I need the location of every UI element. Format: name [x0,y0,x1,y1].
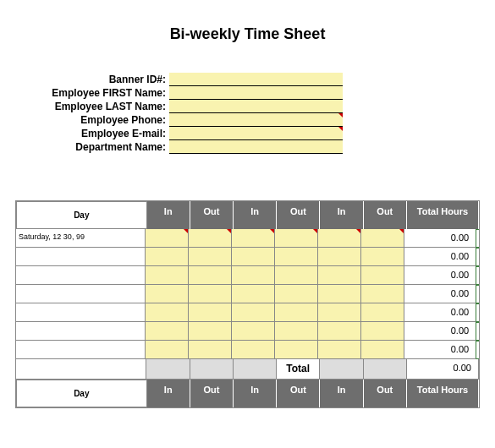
table-row: 0.00 [16,322,479,341]
cell-day[interactable] [16,322,146,341]
cell-in-1[interactable] [146,248,189,266]
table-row: 0.00 [16,266,479,285]
summary-blank [190,359,234,380]
cell-total: 0.00 [404,248,476,266]
cell-day[interactable] [16,285,146,303]
cell-in-2[interactable] [232,248,275,266]
cell-in-2[interactable] [232,285,275,303]
cell-out-1[interactable] [189,266,232,285]
field-banner-id[interactable] [169,73,343,86]
header-in-2: In [234,380,277,407]
table-row: 0.00 [16,341,479,359]
table-row: Saturday, 12 30, 99 0.00 [16,229,479,248]
cell-out-3[interactable] [361,285,404,303]
table-row: 0.00 [16,248,479,266]
cell-out-2[interactable] [275,341,318,359]
cell-in-2[interactable] [232,322,275,341]
cell-day[interactable] [16,248,146,266]
cell-out-3[interactable] [361,322,404,341]
cell-out-3[interactable] [361,229,404,248]
cell-day[interactable] [16,266,146,285]
cell-in-3[interactable] [318,266,361,285]
header-in-1: In [147,201,190,229]
cell-total: 0.00 [404,341,476,359]
cell-out-3[interactable] [361,303,404,322]
cell-out-1[interactable] [189,248,232,266]
cell-out-3[interactable] [361,248,404,266]
cell-out-1[interactable] [189,341,232,359]
cell-out-1[interactable] [189,303,232,322]
summary-total-value: 0.00 [407,359,479,380]
cell-in-3[interactable] [318,303,361,322]
label-department: Department Name: [21,140,169,154]
field-department[interactable] [169,140,343,154]
cell-out-1[interactable] [189,285,232,303]
cell-in-3[interactable] [318,229,361,248]
cell-in-2[interactable] [232,229,275,248]
cell-out-1[interactable] [189,322,232,341]
cell-out-2[interactable] [275,248,318,266]
cell-day[interactable] [16,303,146,322]
header-total: Total Hours [407,380,479,407]
label-first-name: Employee FIRST Name: [21,86,169,100]
label-phone: Employee Phone: [21,113,169,127]
cell-in-1[interactable] [146,229,189,248]
cell-out-1[interactable] [189,229,232,248]
header-out-1: Out [190,380,234,407]
cell-in-3[interactable] [318,322,361,341]
cell-total: 0.00 [404,229,476,248]
cell-out-2[interactable] [275,285,318,303]
cell-in-2[interactable] [232,341,275,359]
cell-in-3[interactable] [318,341,361,359]
header-out-1: Out [190,201,234,229]
header-in-3: In [320,201,363,229]
summary-row: Total 0.00 [16,359,479,380]
header-total: Total Hours [407,201,479,229]
employee-info: Banner ID#: Employee FIRST Name: Employe… [21,73,487,154]
cell-in-1[interactable] [146,266,189,285]
summary-total-label: Total [277,359,320,380]
field-email[interactable] [169,127,343,140]
cell-total: 0.00 [404,266,476,285]
cell-in-3[interactable] [318,248,361,266]
header-row-top: Day In Out In Out In Out Total Hours [16,201,479,229]
summary-blank-day [16,359,146,380]
header-out-3: Out [364,380,407,407]
cell-in-1[interactable] [146,341,189,359]
cell-total: 0.00 [404,322,476,341]
cell-out-2[interactable] [275,229,318,248]
summary-blank [234,359,277,380]
cell-in-1[interactable] [146,322,189,341]
field-last-name[interactable] [169,100,343,113]
field-phone[interactable] [169,113,343,127]
label-banner-id: Banner ID#: [21,73,169,86]
cell-in-1[interactable] [146,285,189,303]
cell-in-3[interactable] [318,285,361,303]
cell-in-2[interactable] [232,303,275,322]
cell-in-1[interactable] [146,303,189,322]
header-in-1: In [147,380,190,407]
field-first-name[interactable] [169,86,343,100]
cell-day[interactable] [16,341,146,359]
cell-in-2[interactable] [232,266,275,285]
sheet-title: Bi-weekly Time Sheet [8,25,487,43]
header-in-3: In [320,380,363,407]
cell-out-3[interactable] [361,266,404,285]
header-out-2: Out [277,380,320,407]
label-last-name: Employee LAST Name: [21,100,169,113]
cell-out-2[interactable] [275,266,318,285]
cell-out-2[interactable] [275,303,318,322]
cell-total: 0.00 [404,285,476,303]
cell-total: 0.00 [404,303,476,322]
header-day: Day [16,201,147,229]
header-day: Day [16,380,147,407]
cell-out-3[interactable] [361,341,404,359]
table-row: 0.00 [16,285,479,303]
cell-out-2[interactable] [275,322,318,341]
timesheet-grid: Day In Out In Out In Out Total Hours Sat… [15,200,480,408]
header-in-2: In [234,201,277,229]
header-row-bottom: Day In Out In Out In Out Total Hours [16,380,479,407]
table-row: 0.00 [16,303,479,322]
summary-blank [364,359,407,380]
cell-day[interactable]: Saturday, 12 30, 99 [16,229,146,248]
